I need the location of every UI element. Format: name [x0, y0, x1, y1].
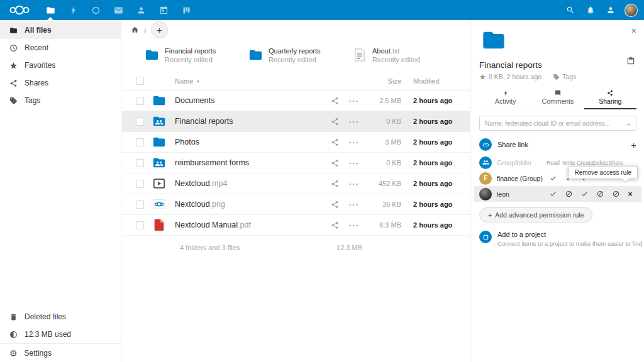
row-checkbox[interactable]: [136, 97, 144, 105]
tag-icon: [9, 97, 18, 105]
nextcloud-logo[interactable]: [0, 4, 39, 16]
row-checkbox[interactable]: [136, 118, 144, 126]
user-avatar[interactable]: [625, 4, 638, 17]
file-row[interactable]: Nextcloud.mp4 ··· 452 KB 2 hours ago: [122, 173, 470, 194]
share-button[interactable]: [326, 138, 343, 146]
share-button[interactable]: [326, 118, 343, 126]
row-checkbox[interactable]: [136, 138, 144, 146]
notifications-button[interactable]: [580, 0, 601, 20]
share-button[interactable]: [326, 159, 343, 167]
group-icon: [479, 156, 492, 169]
file-row[interactable]: reimbursement forms ··· 0 KB 2 hours ago: [122, 153, 470, 173]
contacts-menu-button[interactable]: [601, 0, 621, 20]
perm-read-toggle[interactable]: [545, 190, 561, 197]
more-actions-button[interactable]: ···: [343, 138, 365, 147]
more-actions-button[interactable]: ···: [343, 200, 365, 209]
app-calendar-button[interactable]: [152, 0, 175, 20]
block-icon: [613, 190, 619, 197]
recent-card[interactable]: Financial reports Recently edited: [145, 47, 248, 64]
app-gallery-button[interactable]: [84, 0, 107, 20]
more-actions-button[interactable]: ···: [343, 179, 365, 189]
close-icon[interactable]: ×: [631, 26, 636, 35]
app-deck-button[interactable]: [175, 0, 197, 20]
sidebar-item-favorites[interactable]: Favorites: [0, 57, 121, 74]
search-button[interactable]: [560, 0, 580, 20]
more-actions-button[interactable]: ···: [343, 158, 365, 168]
app-files-button[interactable]: [39, 0, 62, 20]
file-size: 0 KB: [365, 159, 401, 167]
share-button[interactable]: [326, 97, 343, 105]
perm-delete-toggle[interactable]: [592, 190, 608, 197]
more-actions-button[interactable]: ···: [343, 96, 365, 106]
folder-icon: [46, 6, 55, 15]
topbar: [0, 0, 644, 20]
file-row[interactable]: Financial reports ··· 0 KB 2 hours ago: [122, 111, 470, 132]
file-row[interactable]: Documents ··· 2.5 MB 2 hours ago: [122, 90, 470, 111]
perm-share-toggle[interactable]: [608, 190, 624, 197]
share-button[interactable]: [326, 180, 343, 188]
sidebar-item-settings[interactable]: ⚙ Settings: [0, 343, 121, 362]
tab-comments[interactable]: Comments: [531, 87, 584, 109]
add-advanced-permission-rule-button[interactable]: + Add advanced permission rule: [479, 207, 592, 222]
file-row[interactable]: Nextcloud Manual.pdf ··· 6.3 MB 2 hours …: [122, 215, 470, 236]
sidebar-item-deleted-files[interactable]: Deleted files: [0, 308, 121, 326]
app-activity-button[interactable]: [62, 0, 84, 20]
row-checkbox[interactable]: [136, 159, 144, 167]
row-checkbox[interactable]: [136, 221, 144, 229]
modified-column-header[interactable]: Modified: [401, 77, 470, 85]
shared-folder-icon: [152, 156, 166, 170]
sidebar-item-label: Favorites: [25, 61, 55, 70]
perm-write-toggle[interactable]: [561, 190, 577, 197]
add-share-link-button[interactable]: +: [631, 140, 636, 150]
size-column-header[interactable]: Size: [365, 77, 401, 85]
group-avatar: F: [479, 172, 492, 185]
app-contacts-button[interactable]: [130, 0, 152, 20]
favorite-star-icon[interactable]: [479, 74, 486, 80]
sidebar-item-all-files[interactable]: All files: [0, 21, 121, 39]
file-list-header: Name▲ Size Modified: [122, 72, 470, 90]
add-to-project[interactable]: Add to a project Connect items to a proj…: [479, 231, 636, 247]
recent-subtitle: Recently edited: [372, 55, 420, 64]
acl-col-write: Write: [561, 160, 577, 166]
sidebar-item-label: Settings: [25, 349, 52, 358]
perm-create-toggle[interactable]: [577, 190, 592, 197]
more-actions-button[interactable]: ···: [343, 117, 365, 126]
name-column-header[interactable]: Name▲: [175, 77, 326, 85]
share-link-row[interactable]: Share link +: [479, 136, 636, 153]
sidebar-item-recent[interactable]: Recent: [0, 39, 121, 57]
gear-icon: ⚙: [9, 349, 18, 358]
recent-card[interactable]: About.txt Recently edited: [352, 47, 456, 64]
sidebar-item-label: Tags: [25, 96, 40, 105]
file-modified: 2 hours ago: [401, 221, 470, 229]
file-name: Nextcloud: [175, 179, 210, 188]
tags-label[interactable]: Tags: [562, 73, 576, 80]
share-search-input[interactable]: [479, 116, 636, 131]
recent-card[interactable]: Quarterly reports Recently edited: [248, 47, 352, 64]
more-actions-button[interactable]: ···: [343, 221, 365, 230]
home-icon[interactable]: [131, 26, 139, 34]
bolt-icon: [502, 90, 509, 96]
file-row[interactable]: Nextcloud.png ··· 36 KB 2 hours ago: [122, 194, 470, 215]
sidebar-item-tags[interactable]: Tags: [0, 92, 121, 109]
perm-read-toggle[interactable]: [545, 175, 561, 182]
tab-activity[interactable]: Activity: [479, 87, 531, 109]
recent-subtitle: Recently edited: [165, 55, 216, 64]
share-icon: [331, 200, 339, 209]
file-modified: 2 hours ago: [401, 159, 470, 167]
acl-header-label: Groupfolder: [497, 159, 545, 167]
share-button[interactable]: [326, 200, 343, 209]
file-row[interactable]: Photos ··· 3 MB 2 hours ago: [122, 132, 470, 153]
arrow-right-icon[interactable]: →: [625, 118, 632, 128]
row-checkbox[interactable]: [136, 180, 144, 188]
tab-sharing[interactable]: Sharing: [584, 87, 636, 109]
share-button[interactable]: [326, 221, 343, 229]
clipboard-icon[interactable]: [626, 57, 635, 68]
sidebar-item-shares[interactable]: Shares: [0, 74, 121, 92]
select-all-checkbox[interactable]: [136, 77, 144, 85]
app-mail-button[interactable]: [107, 0, 130, 20]
topbar-right: [560, 0, 644, 20]
remove-rule-button[interactable]: ×: [624, 190, 636, 198]
new-file-button[interactable]: +: [151, 21, 168, 38]
tag-icon[interactable]: [553, 74, 560, 80]
row-checkbox[interactable]: [136, 200, 144, 209]
